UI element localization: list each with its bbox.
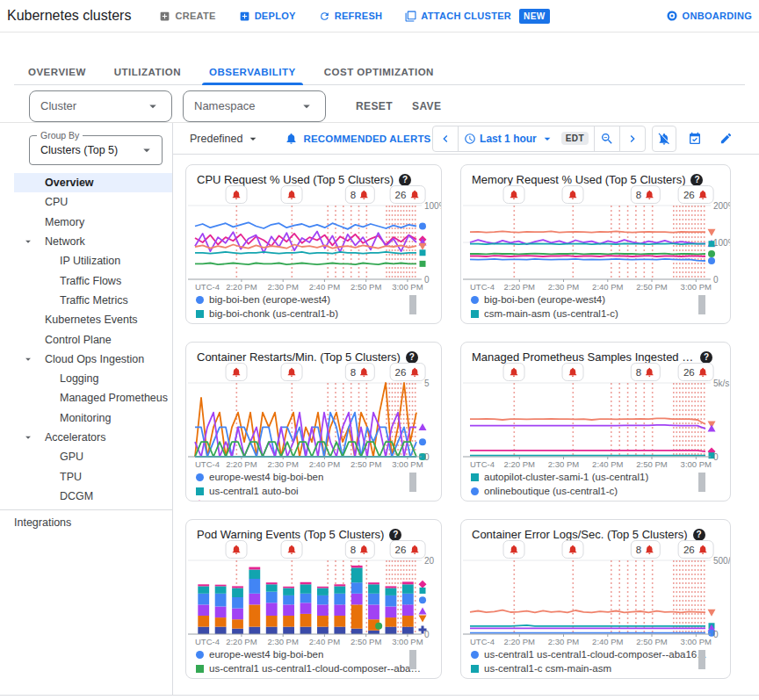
help-icon[interactable]: ? [693,529,705,541]
sidebar-item-traffic-metrics[interactable]: Traffic Metrics [0,291,172,310]
create-button[interactable]: CREATE [159,11,215,22]
time-back-button[interactable] [433,126,459,151]
collapse-arrow-icon[interactable] [22,353,34,365]
alert-chip[interactable]: 8 [345,540,375,559]
deploy-button[interactable]: DEPLOY [239,11,296,22]
alert-chip[interactable]: 8 [631,540,661,559]
help-icon[interactable]: ? [406,351,418,364]
legend-scrollbar[interactable] [409,473,416,492]
sidebar-item-managed-prometheus[interactable]: Managed Prometheus [0,388,172,408]
chart-plot[interactable] [461,555,731,639]
alert-chip[interactable] [281,540,303,559]
predefined-dropdown[interactable]: Predefined [190,132,260,146]
legend-scrollbar[interactable] [409,650,416,669]
chart-plot[interactable] [186,378,442,462]
sidebar-item-kubernetes-events[interactable]: Kubernetes Events [0,310,172,329]
help-icon[interactable]: ? [700,351,712,364]
tab-cost-optimization[interactable]: COST OPTIMIZATION [310,60,448,84]
alert-chip[interactable]: 8 [345,363,375,381]
legend-item[interactable]: us-central1-c csm-main-asm [471,663,611,674]
sidebar-item-overview[interactable]: Overview [14,173,172,192]
legend-item[interactable]: big-boi-ben (europe-west4) [471,294,605,305]
sidebar-item-logging[interactable]: Logging [0,369,172,388]
alert-chip[interactable] [503,540,525,559]
sidebar-item-cpu[interactable]: CPU [0,192,172,212]
legend-item[interactable]: onlineboutique (us-central1-c) [471,486,618,496]
sidebar-item-cloud-ops-ingestion[interactable]: Cloud Ops Ingestion [0,350,172,369]
sidebar-item-gpu[interactable]: GPU [0,447,172,466]
tab-overview[interactable]: OVERVIEW [14,60,100,84]
help-icon[interactable]: ? [389,529,401,541]
chart-plot[interactable] [186,555,442,639]
sidebar-item-monitoring[interactable]: Monitoring [0,408,172,428]
alert-chip[interactable] [562,363,584,381]
refresh-button[interactable]: REFRESH [319,11,383,22]
alert-chip[interactable] [281,185,303,204]
alert-chip[interactable]: 26 [678,363,714,381]
edit-button[interactable] [713,126,738,152]
time-range-select[interactable]: Last 1 hour EDT [459,126,595,151]
collapse-arrow-icon[interactable] [22,235,34,248]
legend-scrollbar[interactable] [409,295,416,314]
legend-item[interactable]: csm-main-asm (us-central1-c) [471,308,618,319]
calendar-button[interactable] [683,126,707,152]
alert-chip[interactable] [503,363,525,381]
help-icon[interactable]: ? [690,174,703,186]
time-forward-button[interactable] [620,126,645,151]
onboarding-button[interactable]: ONBOARDING [666,10,752,22]
legend-item[interactable]: us-central1 us-central1-cloud-composer--… [471,649,711,660]
alert-chip[interactable]: 26 [389,540,425,559]
alert-chip[interactable] [226,363,248,381]
alert-chip[interactable] [281,363,303,381]
sidebar-item-dcgm[interactable]: DCGM [0,487,172,506]
alert-chip[interactable]: 26 [389,185,425,204]
reset-button[interactable]: RESET [356,100,393,112]
alert-chip[interactable] [503,185,525,204]
sidebar-item-ip-utilization[interactable]: IP Utilization [0,251,172,271]
sidebar-item-traffic-flows[interactable]: Traffic Flows [0,271,172,290]
legend-item[interactable]: us-central1 us-central1-cloud-composer--… [196,663,422,674]
chart-plot[interactable] [461,378,731,462]
alert-chip[interactable] [226,540,248,559]
alert-chip[interactable]: 26 [678,185,714,204]
alert-chip[interactable]: 26 [678,540,714,559]
group-by-select[interactable]: Group By Clusters (Top 5) [29,135,163,165]
recommended-alerts-button[interactable]: RECOMMENDED ALERTS [285,132,430,145]
sidebar-item-memory[interactable]: Memory [0,213,172,232]
sidebar-item-integrations[interactable]: Integrations [0,513,172,532]
legend-item[interactable]: us-central1 auto-boi [196,486,299,496]
chart-plot[interactable] [186,200,442,285]
tab-observability[interactable]: OBSERVABILITY [195,60,310,84]
help-icon[interactable]: ? [399,174,411,186]
collapse-arrow-icon[interactable] [22,431,34,444]
chart-plot[interactable] [461,200,731,285]
legend-scrollbar[interactable] [698,650,705,669]
alert-chip[interactable]: 26 [389,363,425,381]
sidebar-item-tpu[interactable]: TPU [0,466,172,486]
tab-utilization[interactable]: UTILIZATION [100,60,195,84]
x-axis-label: 2:20 PM [226,282,257,292]
sidebar-item-control-plane[interactable]: Control Plane [0,329,172,349]
alert-chip[interactable]: 8 [345,185,375,204]
legend-item[interactable]: autopilot-cluster-sami-1 (us-central1) [471,472,648,482]
hide-alerts-button[interactable] [652,126,676,152]
alert-chip[interactable] [226,185,248,204]
zoom-out-button[interactable] [595,126,620,151]
alert-chip[interactable]: 8 [631,363,661,381]
legend-item[interactable]: big-boi-ben (europe-west4) [196,294,330,305]
save-button[interactable]: SAVE [412,100,441,112]
sidebar-item-accelerators[interactable]: Accelerators [0,428,172,447]
legend-item[interactable]: europe-west4 big-boi-ben [196,472,323,482]
namespace-filter-select[interactable]: Namespace [183,90,326,122]
alert-chip[interactable] [562,540,584,559]
legend-scrollbar[interactable] [698,473,705,492]
cluster-filter-select[interactable]: Cluster [29,90,172,122]
legend-item[interactable]: europe-west4 big-boi-ben [196,649,323,660]
legend-item[interactable]: us-central1 us-central1-cloud-composer--… [196,500,422,502]
alert-chip[interactable]: 8 [631,185,661,204]
alert-chip[interactable] [562,185,584,204]
legend-item[interactable]: big-boi-chonk (us-central1-b) [196,308,338,319]
attach-cluster-button[interactable]: ATTACH CLUSTERNEW [405,9,549,24]
sidebar-item-network[interactable]: Network [0,232,172,251]
legend-scrollbar[interactable] [698,295,705,314]
